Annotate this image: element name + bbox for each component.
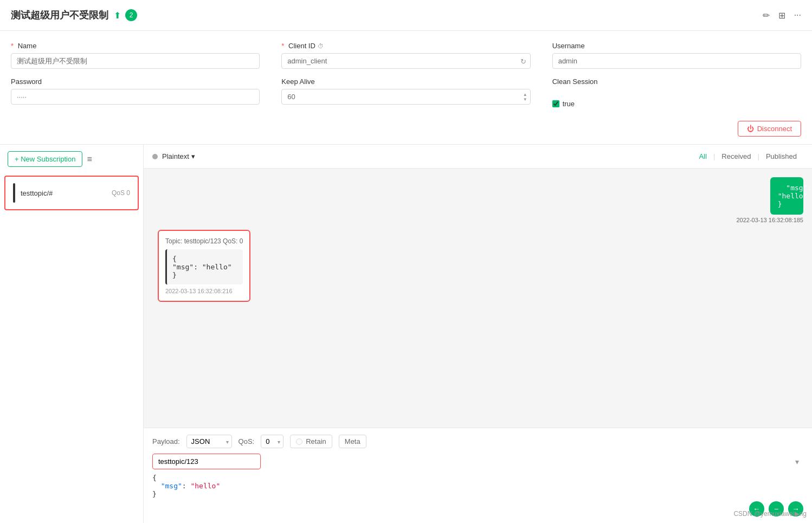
clean-session-label: Clean Session — [552, 78, 801, 86]
topic-input[interactable] — [152, 454, 261, 469]
left-panel-header: + New Subscription ≡ — [0, 145, 143, 173]
sent-content-line1: "msg": "hello" — [778, 184, 812, 200]
tab-all[interactable]: All — [692, 150, 713, 163]
client-id-required: * — [281, 42, 284, 50]
password-label: Password — [11, 78, 260, 86]
filter-icon[interactable]: ≡ — [87, 154, 92, 164]
qos-label: QoS: — [239, 437, 255, 445]
keepalive-label: Keep Alive — [281, 78, 530, 86]
received-message-body: { "msg": "hello" } — [165, 249, 243, 285]
qos-wrapper: 0 1 2 ▾ — [261, 435, 283, 448]
retain-button[interactable]: Retain — [290, 435, 332, 448]
name-label: * Name — [11, 42, 260, 50]
subscription-qos: QoS 0 — [112, 189, 130, 197]
publish-body: { "msg": "hello" } — [152, 474, 803, 498]
client-id-label: * Client ID ⏱ — [281, 42, 530, 50]
topic-expand-icon[interactable]: ▾ — [795, 457, 799, 466]
body-line2: "msg": "hello" — [152, 482, 803, 490]
messages-container: "msg": "hello" } 2022-03-13 16:32:08:185… — [144, 169, 812, 428]
power-icon: ⏻ — [747, 125, 754, 133]
username-label: Username — [552, 42, 801, 50]
connection-status-icon: ⬆ — [114, 10, 121, 21]
connection-count-badge: 2 — [125, 9, 137, 21]
subscription-item[interactable]: testtopic/# QoS 0 — [4, 176, 139, 210]
keepalive-spinner: ▲ ▼ — [523, 92, 527, 101]
watermark: CSDN @yemuxiawei▶ng — [733, 510, 807, 518]
client-id-field: * Client ID ⏱ ↻ — [281, 42, 530, 69]
keepalive-field: Keep Alive ▲ ▼ — [281, 78, 530, 108]
topic-color-indicator — [13, 183, 15, 203]
received-body-line3: } — [172, 271, 177, 279]
keepalive-up-icon[interactable]: ▲ — [523, 92, 527, 96]
retain-radio-icon — [296, 438, 302, 445]
password-field: Password — [11, 78, 260, 108]
chevron-down-icon: ▾ — [191, 152, 195, 160]
add-icon[interactable]: ⊞ — [778, 10, 785, 21]
refresh-icon[interactable]: ↻ — [520, 57, 526, 65]
right-panel: Plaintext ▾ All | Received | Published "… — [144, 145, 812, 523]
tab-received[interactable]: Received — [715, 150, 757, 163]
keepalive-input-wrapper: ▲ ▼ — [281, 89, 530, 105]
sent-message: "msg": "hello" } — [770, 177, 803, 215]
sent-message-timestamp: 2022-03-13 16:32:08:185 — [736, 217, 803, 223]
more-icon[interactable]: ··· — [794, 10, 801, 20]
publish-body-wrapper: { "msg": "hello" } ← − → — [152, 474, 803, 516]
meta-button[interactable]: Meta — [339, 435, 366, 448]
publish-area: Payload: JSON Plaintext Hex Base64 ▾ QoS… — [144, 428, 812, 523]
publish-controls: Payload: JSON Plaintext Hex Base64 ▾ QoS… — [152, 435, 803, 448]
publish-topic-row: ▾ — [152, 454, 803, 469]
page-title: 测试超级用户不受限制 — [11, 9, 108, 22]
subscription-topic: testtopic/# — [21, 189, 112, 197]
client-id-info-icon[interactable]: ⏱ — [318, 43, 324, 49]
body-line1: { — [152, 474, 803, 482]
username-field: Username — [552, 42, 801, 69]
connection-dot — [152, 154, 158, 159]
header-actions: ✏ ⊞ ··· — [763, 10, 801, 21]
main-content: + New Subscription ≡ testtopic/# QoS 0 P… — [0, 145, 812, 523]
sent-content-line2: } — [778, 200, 782, 208]
received-body-line1: { — [172, 255, 177, 263]
qos-select[interactable]: 0 1 2 — [261, 435, 283, 448]
left-panel: + New Subscription ≡ testtopic/# QoS 0 — [0, 145, 144, 523]
received-message-timestamp: 2022-03-13 16:32:08:216 — [165, 288, 243, 294]
keepalive-down-icon[interactable]: ▼ — [523, 97, 527, 101]
body-line3: } — [152, 490, 803, 498]
password-input[interactable] — [11, 89, 260, 105]
payload-label: Payload: — [152, 437, 180, 445]
username-input[interactable] — [552, 53, 801, 69]
connection-form: * Name * Client ID ⏱ ↻ Username — [0, 31, 812, 145]
new-subscription-button[interactable]: + New Subscription — [8, 151, 82, 167]
message-area-header: Plaintext ▾ All | Received | Published — [144, 145, 812, 169]
received-message-header: Topic: testtopic/123 QoS: 0 — [165, 237, 243, 245]
tab-published[interactable]: Published — [759, 150, 803, 163]
clean-session-value: true — [563, 100, 575, 108]
received-message: Topic: testtopic/123 QoS: 0 { "msg": "he… — [158, 230, 250, 302]
clean-session-field: Clean Session true — [552, 78, 801, 108]
name-required: * — [11, 42, 14, 50]
payload-format-select[interactable]: JSON Plaintext Hex Base64 — [186, 435, 232, 448]
header: 测试超级用户不受限制 ⬆ 2 ✏ ⊞ ··· — [0, 0, 812, 31]
keepalive-input[interactable] — [281, 89, 530, 105]
message-tabs: All | Received | Published — [692, 150, 803, 163]
client-id-input[interactable] — [281, 53, 530, 69]
publish-body-actions: ← − → — [152, 501, 803, 516]
name-field: * Name — [11, 42, 260, 69]
format-selector[interactable]: Plaintext ▾ — [162, 152, 195, 160]
name-input[interactable] — [11, 53, 260, 69]
edit-icon[interactable]: ✏ — [763, 10, 770, 21]
received-body-line2: "msg": "hello" — [172, 263, 232, 271]
clean-session-checkbox[interactable] — [552, 100, 559, 107]
disconnect-button[interactable]: ⏻ Disconnect — [738, 121, 801, 137]
client-id-input-wrapper: ↻ — [281, 53, 530, 69]
clean-session-wrapper: true — [552, 100, 801, 108]
payload-format-wrapper: JSON Plaintext Hex Base64 ▾ — [186, 435, 232, 448]
sent-message-wrapper: "msg": "hello" } 2022-03-13 16:32:08:185 — [720, 177, 803, 223]
